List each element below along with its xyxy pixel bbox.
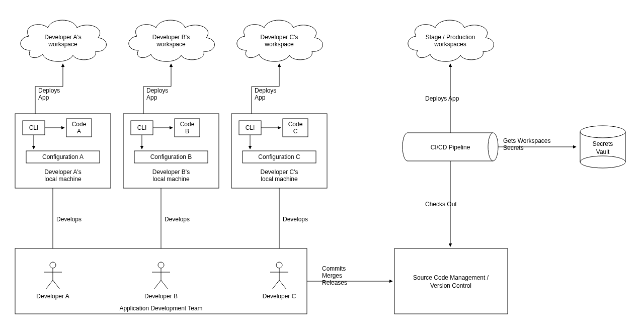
workspace-cloud-b: Developer B's workspace bbox=[129, 20, 215, 61]
machine-label: local machine bbox=[44, 176, 82, 183]
workspace-label: Developer C's bbox=[261, 34, 298, 41]
develops-edge-b: Develops bbox=[161, 188, 190, 248]
code-label: Code bbox=[288, 121, 303, 128]
edge-label: App bbox=[146, 94, 157, 101]
machine-label: Developer C's bbox=[261, 169, 298, 176]
edge-label: Secrets bbox=[503, 144, 524, 151]
svg-rect-36 bbox=[15, 248, 307, 314]
actor-label: Developer A bbox=[36, 293, 69, 300]
secrets-edge: Gets Workspaces Secrets bbox=[498, 137, 576, 151]
machine-label: Developer A's bbox=[44, 169, 82, 176]
team-label: Application Development Team bbox=[119, 305, 202, 312]
machine-label: local machine bbox=[261, 176, 298, 183]
edge-label: Develops bbox=[283, 216, 308, 223]
deploys-edge-a: Deploys App bbox=[35, 64, 63, 114]
checks-out-edge: Checks Out bbox=[425, 161, 457, 246]
config-label: Configuration A bbox=[42, 153, 84, 160]
scm-label: Source Code Management / bbox=[413, 274, 489, 281]
edge-label: Checks Out bbox=[425, 201, 457, 208]
actor-label: Developer B bbox=[144, 293, 178, 300]
diagram-canvas: Developer A's workspace Developer B's wo… bbox=[0, 0, 644, 334]
deploys-edge-b: Deploys App bbox=[143, 64, 171, 114]
pipeline-cylinder: CI/CD Pipeline bbox=[403, 133, 498, 161]
edge-label: Deploys bbox=[38, 87, 60, 94]
edge-label: App bbox=[255, 94, 266, 101]
machine-label: Developer B's bbox=[152, 169, 190, 176]
machine-label: local machine bbox=[152, 176, 190, 183]
edge-label: Gets Workspaces bbox=[503, 137, 550, 144]
workspace-cloud-a: Developer A's workspace bbox=[21, 20, 107, 61]
edge-label: Deploys bbox=[146, 87, 168, 94]
vault-label: Vault bbox=[596, 148, 610, 155]
edge-label: Releases bbox=[322, 279, 347, 286]
workspace-label: workspace bbox=[48, 41, 77, 48]
code-label: C bbox=[293, 128, 298, 135]
workspace-label: Developer A's bbox=[44, 34, 82, 41]
pipeline-label: CI/CD Pipeline bbox=[431, 144, 470, 151]
svg-rect-38 bbox=[394, 248, 508, 314]
code-label: A bbox=[77, 128, 81, 135]
workspace-label: workspace bbox=[264, 41, 294, 48]
code-label: Code bbox=[72, 121, 87, 128]
workspace-cloud-c: Developer C's workspace bbox=[237, 20, 323, 61]
scm-box: Source Code Management / Version Control bbox=[394, 248, 508, 314]
scm-label: Version Control bbox=[430, 282, 471, 289]
workspace-cloud-stage: Stage / Production workspaces bbox=[408, 20, 494, 61]
edge-label: Deploys bbox=[255, 87, 276, 94]
workspace-label: Developer B's bbox=[152, 34, 190, 41]
edge-label: Deploys App bbox=[425, 95, 459, 102]
local-machine-c: CLI Code C Configuration C Developer C's… bbox=[231, 114, 327, 188]
develops-edge-c: Develops bbox=[279, 188, 308, 248]
workspace-label: workspace bbox=[156, 41, 186, 48]
edge-label: Develops bbox=[165, 216, 190, 223]
actor-label: Developer C bbox=[263, 293, 296, 300]
config-label: Configuration B bbox=[150, 153, 192, 160]
cli-label: CLI bbox=[246, 124, 255, 131]
edge-label: App bbox=[38, 94, 49, 101]
workspace-label: workspaces bbox=[434, 41, 466, 48]
workspace-label: Stage / Production bbox=[426, 34, 475, 41]
config-label: Configuration C bbox=[258, 153, 300, 160]
edge-label: Merges bbox=[322, 272, 342, 279]
cli-label: CLI bbox=[137, 124, 147, 131]
local-machine-b: CLI Code B Configuration B Developer B's… bbox=[123, 114, 219, 188]
commits-edge: Commits Merges Releases bbox=[307, 265, 392, 286]
edge-label: Develops bbox=[56, 216, 82, 223]
vault-label: Secrets bbox=[593, 140, 613, 147]
edge-label: Commits bbox=[322, 265, 346, 272]
develops-edge-a: Develops bbox=[53, 188, 82, 248]
code-label: B bbox=[185, 128, 189, 135]
deploys-edge-stage: Deploys App bbox=[425, 64, 459, 133]
deploys-edge-c: Deploys App bbox=[252, 64, 279, 114]
secrets-vault: Secrets Vault bbox=[580, 126, 625, 168]
local-machine-a: CLI Code A Configuration A Developer A's… bbox=[15, 114, 111, 188]
cli-label: CLI bbox=[29, 124, 39, 131]
team-container: Application Development Team bbox=[15, 248, 307, 314]
code-label: Code bbox=[180, 121, 195, 128]
